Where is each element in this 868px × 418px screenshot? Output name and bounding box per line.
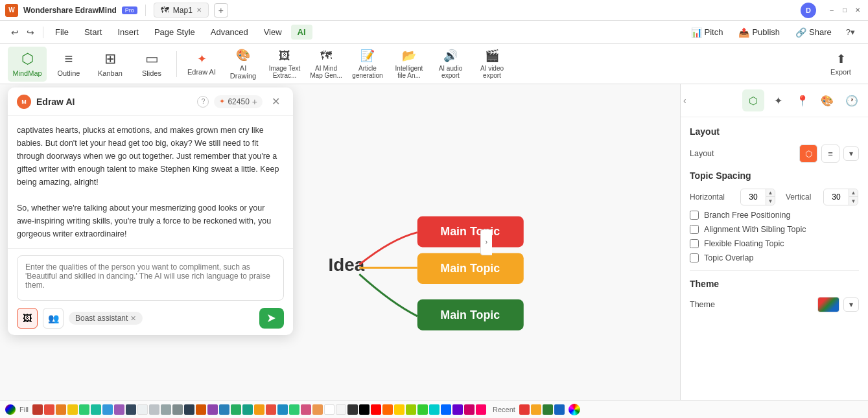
color-swatch-26[interactable] <box>324 404 334 415</box>
publish-button[interactable]: 📤 Publish <box>732 25 786 40</box>
color-swatch-21[interactable] <box>266 404 276 415</box>
color-swatch-4[interactable] <box>67 404 78 415</box>
color-swatch-13[interactable] <box>172 404 183 415</box>
rpanel-style-icon[interactable]: 🎨 <box>816 89 838 111</box>
menu-ai[interactable]: AI <box>291 25 312 40</box>
recent-swatch-4[interactable] <box>554 404 565 415</box>
share-button[interactable]: 🔗 Share <box>789 25 838 40</box>
color-swatch-19[interactable] <box>242 404 253 415</box>
recent-swatch-1[interactable] <box>519 404 530 415</box>
menu-page-style[interactable]: Page Style <box>148 25 202 40</box>
color-swatch-23[interactable] <box>289 404 299 415</box>
ai-panel-close-button[interactable]: ✕ <box>268 94 284 109</box>
vertical-input[interactable]: ▲ ▼ <box>823 189 858 205</box>
color-swatch-20[interactable] <box>254 404 264 415</box>
layout-dropdown-button[interactable]: ▾ <box>843 146 859 161</box>
toolbar-ai-video[interactable]: 🎬 AI video export <box>473 47 511 82</box>
flexible-floating-checkbox[interactable] <box>690 239 699 248</box>
color-swatch-27[interactable] <box>336 404 346 415</box>
horizontal-down-arrow[interactable]: ▼ <box>766 197 775 205</box>
horizontal-value-input[interactable] <box>741 191 766 203</box>
color-swatch-28[interactable] <box>347 404 358 415</box>
color-swatch-35[interactable] <box>429 404 440 415</box>
color-swatch-16[interactable] <box>207 404 218 415</box>
color-swatch-3[interactable] <box>56 404 66 415</box>
theme-dropdown-button[interactable]: ▾ <box>843 297 859 312</box>
toolbar-intelligent-file[interactable]: 📂 Intelligent file An... <box>390 47 428 82</box>
color-swatch-1[interactable] <box>32 404 43 415</box>
vertical-value-input[interactable] <box>824 191 849 203</box>
color-swatch-25[interactable] <box>312 404 323 415</box>
redo-button[interactable]: ↪ <box>23 25 38 40</box>
ai-textarea[interactable] <box>17 255 284 301</box>
layout-icon-button[interactable]: ⬡ <box>799 145 817 163</box>
minimize-button[interactable]: – <box>827 5 837 16</box>
vertical-down-arrow[interactable]: ▼ <box>849 197 858 205</box>
recent-swatch-3[interactable] <box>543 404 553 415</box>
color-swatch-38[interactable] <box>464 404 475 415</box>
color-swatch-5[interactable] <box>79 404 89 415</box>
ai-credits-plus[interactable]: + <box>252 97 257 107</box>
color-swatch-14[interactable] <box>184 404 194 415</box>
toolbar-ai-mindmap[interactable]: 🗺 AI Mind Map Gen... <box>307 47 346 82</box>
color-swatch-33[interactable] <box>406 404 416 415</box>
toolbar-ai-drawing[interactable]: 🎨 AI Drawing <box>224 47 263 82</box>
toolbar-edraw-ai[interactable]: ✦ Edraw AI <box>182 47 221 82</box>
color-swatch-34[interactable] <box>417 404 428 415</box>
canvas-area[interactable]: Idea Main Topic Main Topic Main Topic M … <box>0 84 680 400</box>
color-swatch-6[interactable] <box>91 404 101 415</box>
color-swatch-7[interactable] <box>102 404 113 415</box>
toolbar-kanban[interactable]: ⊞ Kanban <box>91 47 130 82</box>
user-avatar[interactable]: D <box>801 3 816 18</box>
ai-mode-tag-close[interactable]: ✕ <box>130 314 136 323</box>
color-swatch-31[interactable] <box>382 404 393 415</box>
color-swatch-2[interactable] <box>44 404 54 415</box>
color-swatch-32[interactable] <box>394 404 405 415</box>
rpanel-layout-icon[interactable]: ⬡ <box>742 89 764 111</box>
pitch-button[interactable]: 📊 Pitch <box>685 25 730 40</box>
map-tab[interactable]: 🗺 Map1 ✕ <box>154 3 209 17</box>
alignment-checkbox[interactable] <box>690 225 699 234</box>
rpanel-history-icon[interactable]: 🕐 <box>841 89 863 111</box>
rpanel-location-icon[interactable]: 📍 <box>792 89 814 111</box>
color-swatch-39[interactable] <box>476 404 486 415</box>
menu-start[interactable]: Start <box>78 25 108 40</box>
collapse-panel-button[interactable]: › <box>480 229 492 255</box>
rpanel-toggle-button[interactable]: ‹ <box>683 95 686 106</box>
color-swatch-24[interactable] <box>301 404 311 415</box>
color-swatch-10[interactable] <box>137 404 148 415</box>
ai-people-icon[interactable]: 👥 <box>43 308 64 329</box>
branch-free-checkbox[interactable] <box>690 211 699 220</box>
color-swatch-36[interactable] <box>441 404 451 415</box>
color-swatch-8[interactable] <box>114 404 124 415</box>
horizontal-up-arrow[interactable]: ▲ <box>766 189 775 197</box>
close-tab-icon[interactable]: ✕ <box>196 6 202 14</box>
ai-send-button[interactable] <box>259 308 284 329</box>
color-swatch-37[interactable] <box>452 404 463 415</box>
color-swatch-29[interactable] <box>359 404 369 415</box>
color-swatch-18[interactable] <box>231 404 241 415</box>
add-tab-button[interactable]: + <box>214 3 228 17</box>
menu-view[interactable]: View <box>257 25 288 40</box>
ai-help-button[interactable]: ? <box>197 96 209 108</box>
ai-image-icon[interactable]: 🖼 <box>17 308 38 329</box>
layout-list-button[interactable]: ≡ <box>821 145 839 163</box>
toolbar-image-text[interactable]: 🖼 Image Text Extrac... <box>265 47 304 82</box>
toolbar-outline[interactable]: ≡ Outline <box>49 47 88 82</box>
color-swatch-15[interactable] <box>196 404 206 415</box>
color-wheel[interactable] <box>5 404 16 415</box>
undo-button[interactable]: ↩ <box>8 25 22 40</box>
color-swatch-11[interactable] <box>149 404 159 415</box>
color-swatch-12[interactable] <box>161 404 171 415</box>
close-button[interactable]: ✕ <box>852 5 863 16</box>
color-swatch-17[interactable] <box>219 404 229 415</box>
toolbar-article-gen[interactable]: 📝 Article generation <box>348 47 387 82</box>
maximize-button[interactable]: □ <box>839 5 850 16</box>
toolbar-mindmap[interactable]: ⬡ MindMap <box>8 47 47 82</box>
menu-insert[interactable]: Insert <box>111 25 145 40</box>
export-button[interactable]: ⬆ Export <box>821 47 860 82</box>
toolbar-slides[interactable]: ▭ Slides <box>132 47 171 82</box>
recent-swatch-2[interactable] <box>531 404 541 415</box>
color-swatch-30[interactable] <box>371 404 381 415</box>
horizontal-input[interactable]: ▲ ▼ <box>740 189 775 205</box>
